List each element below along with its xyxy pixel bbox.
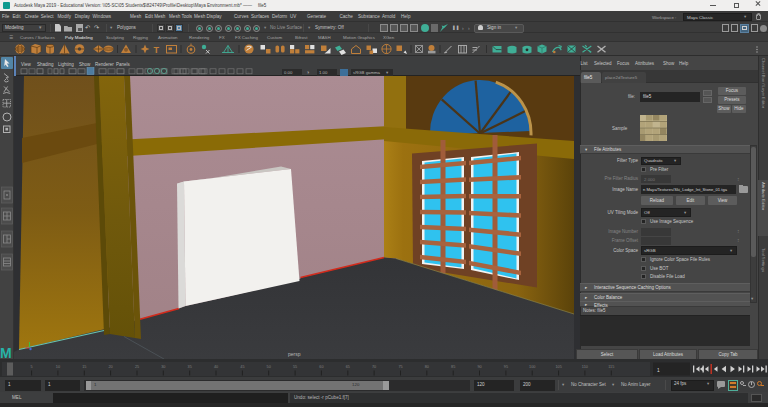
- svg-text:70: 70: [372, 365, 376, 369]
- svg-text:115: 115: [608, 365, 614, 369]
- svg-text:50: 50: [267, 365, 271, 369]
- svg-text:persp: persp: [288, 351, 301, 357]
- svg-text:55: 55: [293, 365, 297, 369]
- svg-text:1: 1: [657, 368, 660, 373]
- svg-text:80: 80: [425, 365, 429, 369]
- svg-text:15: 15: [82, 365, 86, 369]
- svg-text:105: 105: [555, 365, 561, 369]
- svg-text:30: 30: [161, 365, 165, 369]
- svg-text:110: 110: [582, 365, 588, 369]
- svg-text:5: 5: [31, 365, 33, 369]
- svg-text:20: 20: [108, 365, 112, 369]
- svg-text:35: 35: [188, 365, 192, 369]
- svg-text:100: 100: [529, 365, 535, 369]
- svg-text:85: 85: [451, 365, 455, 369]
- svg-text:M: M: [0, 345, 12, 359]
- svg-text:T: T: [154, 45, 160, 55]
- svg-text:40: 40: [214, 365, 218, 369]
- svg-text:60: 60: [319, 365, 323, 369]
- svg-text:95: 95: [504, 365, 508, 369]
- svg-text:65: 65: [346, 365, 350, 369]
- svg-text:75: 75: [398, 365, 402, 369]
- svg-text:10: 10: [56, 365, 60, 369]
- svg-text:90: 90: [477, 365, 481, 369]
- svg-text:25: 25: [135, 365, 139, 369]
- svg-text:45: 45: [240, 365, 244, 369]
